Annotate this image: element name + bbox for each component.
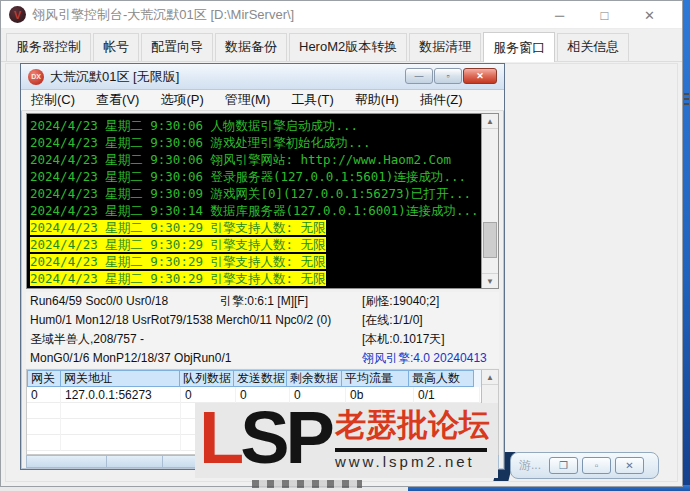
column-header[interactable]: 发送数据 [233,370,287,387]
table-cell: 0 [27,387,61,403]
maximize-button[interactable]: □ [582,1,627,29]
status-row: MonG0/1/6 MonP12/18/37 ObjRun0/1 翎风引擎:4.… [26,349,499,368]
column-header[interactable]: 队列数据 [179,370,234,387]
desktop-background [683,0,690,491]
mon-gen-stats: MonG0/1/6 MonP12/18/37 ObjRun0/1 [30,349,231,368]
status-row: Run64/59 Soc0/0 Usr0/18 引擎:0:6:1 [M][F] … [26,292,499,311]
scroll-up-icon[interactable]: ▲ [482,370,498,385]
map-monster-info: 圣域半兽人,208/757 - [30,330,144,349]
watermark-text-block: 老瑟批论坛 www.lspm2.net [335,403,487,478]
table-cell: 0/1 [414,387,480,403]
tab-7[interactable]: 服务窗口 [483,32,555,62]
engine-menu-bar: 控制(C)查看(V)选项(P)管理(M)工具(T)帮助(H)插件(Z) [21,90,504,111]
background-text-fragment [252,480,362,488]
console-line: 2024/4/23 星期二 9:30:09 游戏网关[0](127.0.0.1:… [30,185,481,202]
forum-name: 老瑟批论坛 [335,403,487,447]
table-cell: 127.0.0.1:56273 [61,387,181,403]
console-line: 2024/4/23 星期二 9:30:06 翎风引擎网站: http://www… [30,151,481,168]
tab-4[interactable]: 数据备份 [215,33,287,61]
scroll-up-icon[interactable]: ▲ [482,114,498,129]
engine-status-panel: Run64/59 Soc0/0 Usr0/18 引擎:0:6:1 [M][F] … [26,292,499,368]
watermark-logo: LSP [199,403,331,478]
uptime-stats: [本机:0.1017天] [362,330,445,349]
restore-button[interactable]: ▫ [434,68,462,84]
table-cell: 0b [346,387,414,403]
watermark-rule [335,448,487,452]
console-line: 2024/4/23 星期二 9:30:06 游戏处理引擎初始化成功... [30,134,481,151]
tab-5[interactable]: HeroM2版本转换 [289,33,407,61]
tab-2[interactable]: 帐号 [93,33,139,61]
tab-1[interactable]: 服务器控制 [6,33,91,61]
dx-engine-icon: DX [28,69,44,85]
close-button[interactable]: ✕ [627,1,672,29]
engine-window-controls: — ▫ ✕ [404,68,497,84]
console-line: 2024/4/23 星期二 9:30:29 引擎支持人数: 无限 [30,270,481,287]
statusbar-segment [107,456,163,467]
online-stats: [在线:1/1/0] [362,311,423,330]
tab-8[interactable]: 相关信息 [557,33,629,61]
engine-titlebar[interactable]: DX 大荒沉默01区 [无限版] — ▫ ✕ [21,64,504,90]
spawn-stats: [刷怪:19040;2] [362,292,439,311]
status-row: Hum0/1 Mon12/18 UsrRot79/1538 Merch0/11 … [26,311,499,330]
tab-6[interactable]: 数据清理 [409,33,481,61]
console-scrollbar[interactable]: ▲ ▼ [481,114,498,288]
menu-item-1[interactable]: 控制(C) [31,91,75,109]
column-header[interactable]: 剩余数据 [286,370,342,387]
column-header[interactable]: 网关地址 [60,370,180,387]
minimized-window-bar[interactable]: 游... ❐ ▫ ✕ [510,452,659,479]
menu-item-6[interactable]: 帮助(H) [355,91,399,109]
tab-bar: 服务器控制帐号配置向导数据备份HeroM2版本转换数据清理服务窗口相关信息 [1,33,682,62]
app-icon: V [9,6,26,23]
minimize-button[interactable]: ─ [537,1,582,29]
column-header[interactable]: 网关 [27,370,61,387]
window-title: 翎风引擎控制台-大荒沉默01区 [D:\MirServer\] [32,6,294,24]
console-output: 2024/4/23 星期二 9:30:06 人物数据引擎启动成功...2024/… [27,114,481,288]
engine-window-title: 大荒沉默01区 [无限版] [50,68,179,86]
column-header[interactable]: 平均流量 [341,370,409,387]
scrollbar-thumb[interactable] [483,222,497,258]
menu-item-3[interactable]: 选项(P) [160,91,203,109]
console-line: 2024/4/23 星期二 9:30:14 数据库服务器(127.0.0.1:6… [30,202,481,219]
console-line: 2024/4/23 星期二 9:30:29 引擎支持人数: 无限 [30,219,481,236]
console-line: 2024/4/23 星期二 9:30:06 登录服务器(127.0.0.1:56… [30,168,481,185]
forum-url: www.lspm2.net [335,453,487,470]
minimize-button[interactable]: — [405,68,433,84]
scroll-down-icon[interactable]: ▼ [482,273,498,288]
minimized-window-label: 游... [519,457,545,474]
desktop-icon-fragment [684,93,689,107]
engine-counters: 引擎:0:6:1 [M][F] [220,292,308,311]
object-stats: Hum0/1 Mon12/18 UsrRot79/1538 Merch0/11 … [30,311,331,330]
restore-button[interactable]: ▫ [582,457,611,474]
statusbar-segment [27,456,107,467]
outer-titlebar[interactable]: V 翎风引擎控制台-大荒沉默01区 [D:\MirServer\] ─ □ ✕ [1,1,682,29]
menu-item-7[interactable]: 插件(Z) [420,91,463,109]
menu-item-2[interactable]: 查看(V) [96,91,139,109]
column-header[interactable]: 最高人数 [408,370,474,387]
console-line: 2024/4/23 星期二 9:30:29 引擎支持人数: 无限 [30,253,481,270]
screen: V 翎风引擎控制台-大荒沉默01区 [D:\MirServer\] ─ □ ✕ … [0,0,690,491]
tab-3[interactable]: 配置向导 [141,33,213,61]
run-stats: Run64/59 Soc0/0 Usr0/18 [30,292,168,311]
outer-window-controls: ─ □ ✕ [537,1,672,29]
log-console: 2024/4/23 星期二 9:30:06 人物数据引擎启动成功...2024/… [26,113,499,289]
gateway-table-header: 网关网关地址队列数据发送数据剩余数据平均流量最高人数 [27,370,498,387]
console-line: 2024/4/23 星期二 9:30:29 引擎支持人数: 无限 [30,236,481,253]
engine-version: 翎风引擎:4.0 20240413 [362,349,487,368]
cascade-button[interactable]: ❐ [549,457,578,474]
menu-item-4[interactable]: 管理(M) [225,91,271,109]
menu-item-5[interactable]: 工具(T) [291,91,334,109]
console-line: 2024/4/23 星期二 9:30:06 人物数据引擎启动成功... [30,117,481,134]
status-row: 圣域半兽人,208/757 - [本机:0.1017天] [26,330,499,349]
forum-watermark: LSP 老瑟批论坛 www.lspm2.net [195,403,498,478]
close-button[interactable]: ✕ [615,457,644,474]
close-button[interactable]: ✕ [463,68,497,84]
